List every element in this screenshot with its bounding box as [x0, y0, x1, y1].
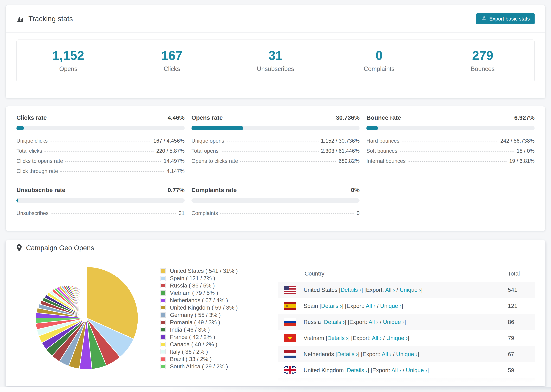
- rate-section-clicks-rate: Clicks rate4.46%Unique clicks167 / 4.456…: [16, 114, 185, 174]
- stat-row-complaints: Complaints0: [191, 210, 360, 216]
- details-link[interactable]: Details ›: [327, 335, 348, 341]
- dotted-leader: [408, 161, 507, 162]
- export-all-link[interactable]: All ›: [382, 351, 391, 357]
- legend-item-south-africa[interactable]: South Africa ( 29 / 2% ): [161, 363, 238, 370]
- progress-fill: [16, 126, 24, 130]
- progress-fill: [366, 126, 378, 130]
- total-value: 59: [508, 367, 514, 373]
- dotted-leader: [402, 141, 498, 141]
- legend-item-italy[interactable]: Italy ( 36 / 2% ): [161, 348, 238, 355]
- details-link[interactable]: Details ›: [337, 351, 358, 357]
- stat-label: Soft bounces: [366, 148, 397, 154]
- export-basic-stats-button[interactable]: Export basic stats: [476, 13, 535, 24]
- text: [: [318, 303, 321, 309]
- export-unique-link[interactable]: Unique ›: [386, 335, 408, 341]
- legend-item-canada[interactable]: Canada ( 40 / 2% ): [161, 341, 238, 348]
- stat-value: 2,303 / 61.446%: [321, 148, 360, 154]
- geo-opens-header: Campaign Geo Opens: [6, 240, 545, 256]
- export-unique-link[interactable]: Unique ›: [396, 351, 417, 357]
- legend-item-brazil[interactable]: Brazil ( 33 / 2% ): [161, 355, 238, 363]
- column-header-country: Country: [304, 270, 325, 277]
- stat-label: Clicks to opens rate: [16, 158, 63, 164]
- export-all-link[interactable]: All ›: [391, 367, 401, 373]
- text: ]: [427, 367, 429, 373]
- legend-color-chip: [161, 350, 165, 354]
- geo-table-header: Country Total: [278, 266, 535, 282]
- legend-item-romania[interactable]: Romania ( 49 / 3% ): [161, 319, 238, 326]
- rate-value: 30.736%: [336, 114, 360, 121]
- legend-color-chip: [161, 335, 165, 339]
- country-name: United States: [304, 287, 338, 293]
- legend-item-france[interactable]: France ( 42 / 2% ): [161, 333, 238, 341]
- rates-row-2: Unsubscribe rate0.77%Unsubscribes31Compl…: [16, 187, 535, 216]
- summary-stat-unsubscribes: 31Unsubscribes: [224, 40, 327, 82]
- export-all-link[interactable]: All ›: [369, 319, 378, 325]
- details-link[interactable]: Details ›: [347, 367, 367, 373]
- legend-item-united-kingdom[interactable]: United Kingdom ( 59 / 3% ): [161, 304, 238, 311]
- stat-value: 14.497%: [164, 158, 184, 164]
- flag-icon-vn: [284, 334, 296, 342]
- legend-item-spain[interactable]: Spain ( 121 / 7% ): [161, 274, 238, 282]
- stat-value: 31: [179, 210, 184, 216]
- rate-section-unsubscribe-rate: Unsubscribe rate0.77%Unsubscribes31: [16, 187, 185, 216]
- legend-color-chip: [161, 320, 165, 325]
- geo-row-text: Russia [Details ›] [Export: All › / Uniq…: [304, 319, 406, 325]
- campaign-geo-opens-card: Campaign Geo Opens United States ( 541 /…: [6, 240, 545, 386]
- rate-title: Unsubscribe rate: [16, 187, 65, 193]
- flag-icon-ru: [284, 318, 296, 326]
- details-link[interactable]: Details ›: [340, 287, 361, 293]
- legend-item-vietnam[interactable]: Vietnam ( 79 / 5% ): [161, 289, 238, 297]
- progress-bar: [191, 198, 360, 203]
- legend-label: United Kingdom ( 59 / 3% ): [170, 304, 238, 311]
- page-bottom-band: [0, 387, 551, 392]
- legend-label: Canada ( 40 / 2% ): [170, 341, 217, 348]
- dotted-leader: [220, 213, 354, 214]
- export-icon: [481, 15, 487, 22]
- text: ]: [404, 319, 406, 325]
- rate-value: 4.46%: [168, 114, 184, 121]
- geo-row-text: United States [Details ›] [Export: All ›…: [304, 287, 423, 293]
- stat-row-hard-bounces: Hard bounces242 / 86.738%: [366, 138, 535, 144]
- summary-stat-bounces: 279Bounces: [431, 40, 534, 82]
- progress-bar: [191, 126, 360, 130]
- dotted-leader: [51, 213, 176, 214]
- text: /: [395, 287, 400, 293]
- rate-title: Bounce rate: [366, 114, 401, 121]
- rates-row-1: Clicks rate4.46%Unique clicks167 / 4.456…: [16, 114, 535, 174]
- export-all-link[interactable]: All ›: [366, 303, 375, 309]
- dotted-leader: [221, 151, 318, 152]
- details-link[interactable]: Details ›: [324, 319, 345, 325]
- summary-label: Complaints: [327, 65, 431, 72]
- stat-row-click-through-rate: Click through rate4.147%: [16, 168, 185, 174]
- legend-color-chip: [161, 364, 165, 369]
- export-all-link[interactable]: All ›: [372, 335, 381, 341]
- summary-stat-clicks: 167Clicks: [120, 40, 224, 82]
- legend-item-germany[interactable]: Germany ( 55 / 3% ): [161, 311, 238, 319]
- export-unique-link[interactable]: Unique ›: [380, 303, 402, 309]
- stat-label: Complaints: [191, 210, 218, 216]
- geo-row-text: Netherlands [Details ›] [Export: All › /…: [304, 351, 419, 357]
- legend-item-netherlands[interactable]: Netherlands ( 67 / 4% ): [161, 297, 238, 304]
- stat-label: Opens to clicks rate: [191, 158, 238, 164]
- details-link[interactable]: Details ›: [321, 303, 342, 309]
- rate-section-opens-rate: Opens rate30.736%Unique opens1,152 / 30.…: [191, 114, 360, 174]
- rate-value: 0%: [351, 187, 360, 193]
- stat-label: Total opens: [191, 148, 219, 154]
- geo-row-netherlands: Netherlands [Details ›] [Export: All › /…: [278, 346, 535, 362]
- stat-row-total-opens: Total opens2,303 / 61.446%: [191, 148, 360, 154]
- legend-item-united-states[interactable]: United States ( 541 / 31% ): [161, 267, 238, 274]
- export-unique-link[interactable]: Unique ›: [383, 319, 404, 325]
- rate-value: 6.927%: [514, 114, 535, 121]
- legend-item-india[interactable]: India ( 46 / 3% ): [161, 326, 238, 333]
- stat-label: Hard bounces: [366, 138, 399, 144]
- text: /: [378, 319, 383, 325]
- geo-opens-title: Campaign Geo Opens: [26, 244, 94, 252]
- export-all-link[interactable]: All ›: [385, 287, 395, 293]
- legend-label: Romania ( 49 / 3% ): [170, 319, 220, 326]
- export-unique-link[interactable]: Unique ›: [406, 367, 427, 373]
- stat-row-total-clicks: Total clicks220 / 5.87%: [16, 148, 185, 154]
- rate-section-head: Clicks rate4.46%: [16, 114, 185, 121]
- legend-item-russia[interactable]: Russia ( 86 / 5% ): [161, 282, 238, 289]
- export-unique-link[interactable]: Unique ›: [400, 287, 421, 293]
- export-button-label: Export basic stats: [489, 16, 530, 22]
